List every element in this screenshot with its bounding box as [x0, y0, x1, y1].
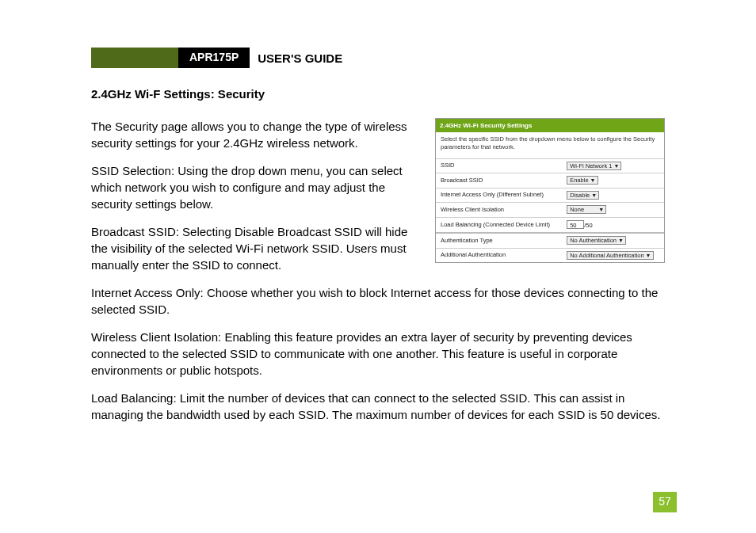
- addauth-value: No Additional Authentication: [570, 251, 643, 260]
- ssid-select-value: Wi-Fi Network 1: [570, 162, 612, 170]
- chevron-down-icon: ▼: [614, 163, 620, 169]
- isolation-label: Wireless Client Isolation: [436, 203, 562, 218]
- internet-value: Disable: [570, 191, 590, 200]
- broadcast-ssid-select[interactable]: Enable ▼: [567, 176, 598, 185]
- table-row: Broadcast SSID Enable ▼: [436, 173, 664, 188]
- table-row: Load Balancing (Connected Device Limit) …: [436, 217, 664, 233]
- chevron-down-icon: ▼: [646, 253, 651, 258]
- chevron-down-icon: ▼: [590, 177, 596, 183]
- ssid-label: SSID: [436, 158, 562, 173]
- additional-auth-select[interactable]: No Additional Authentication ▼: [567, 251, 653, 260]
- table-row: SSID Wi-Fi Network 1 ▼: [436, 158, 664, 173]
- table-row: Wireless Client Isolation None ▼: [436, 203, 664, 218]
- table-row: Additional Authentication No Additional …: [436, 248, 664, 262]
- load-balancing-max: /50: [584, 222, 592, 229]
- internet-access-select[interactable]: Disable ▼: [567, 191, 599, 200]
- load-balancing-input[interactable]: 50: [567, 220, 584, 229]
- chevron-down-icon: ▼: [618, 238, 624, 243]
- paragraph-load-balancing: Load Balancing: Limit the number of devi…: [91, 390, 665, 423]
- header-accent: [91, 48, 178, 68]
- panel-title: 2.4GHz Wi-Fi Security Settings: [436, 119, 664, 132]
- load-balancing-label: Load Balancing (Connected Device Limit): [436, 217, 562, 233]
- settings-table: SSID Wi-Fi Network 1 ▼ Broadcast SSID En…: [436, 158, 664, 263]
- ssid-select[interactable]: Wi-Fi Network 1 ▼: [567, 162, 621, 170]
- settings-panel: 2.4GHz Wi-Fi Security Settings Select th…: [435, 118, 665, 263]
- panel-description: Select the specific SSID from the dropdo…: [436, 132, 664, 158]
- table-row: Internet Access Only (Different Subnet) …: [436, 188, 664, 203]
- auth-type-label: Authentication Type: [436, 233, 562, 248]
- auth-type-select[interactable]: No Authentication ▼: [567, 236, 626, 245]
- chevron-down-icon: ▼: [591, 192, 597, 198]
- section-heading: 2.4GHz Wi-F Settings: Security: [91, 86, 665, 102]
- paragraph-client-isolation: Wireless Client Isolation: Enabling this…: [91, 329, 665, 379]
- internet-access-label: Internet Access Only (Different Subnet): [436, 188, 562, 203]
- isolation-select[interactable]: None ▼: [567, 205, 606, 214]
- paragraph-internet-access: Internet Access Only: Choose whether you…: [91, 284, 665, 318]
- broadcast-ssid-label: Broadcast SSID: [436, 173, 562, 188]
- chevron-down-icon: ▼: [598, 207, 604, 212]
- isolation-value: None: [570, 205, 584, 214]
- broadcast-value: Enable: [570, 176, 588, 185]
- auth-value: No Authentication: [570, 236, 617, 245]
- guide-title: USER'S GUIDE: [250, 48, 350, 68]
- additional-auth-label: Additional Authentication: [436, 248, 562, 262]
- product-code: APR175P: [178, 48, 250, 68]
- page-number: 57: [653, 492, 677, 512]
- document-header: APR175P USER'S GUIDE: [91, 48, 665, 68]
- table-row: Authentication Type No Authentication ▼: [436, 233, 664, 248]
